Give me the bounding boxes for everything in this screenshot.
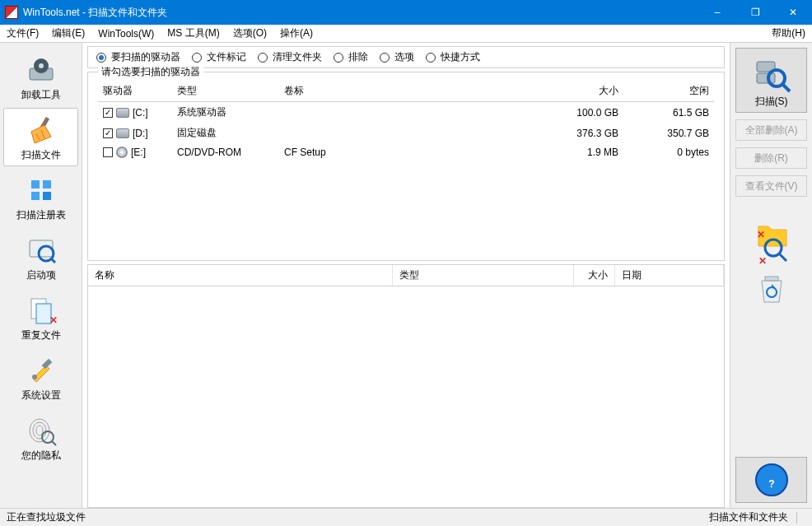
sidebar-item-label: 重复文件: [21, 328, 61, 342]
help-button[interactable]: ?: [735, 457, 807, 503]
sidebar-item-startup[interactable]: 启动项: [3, 228, 78, 286]
minimize-button[interactable]: –: [698, 0, 736, 25]
tab-shortcut[interactable]: 快捷方式: [426, 50, 480, 64]
drive-row[interactable]: [E:]CD/DVD-ROMCF Setup1.9 MB0 bytes: [98, 143, 714, 161]
radio-icon: [258, 53, 268, 63]
drive-checkbox[interactable]: [103, 147, 113, 157]
right-panel: 扫描(S) 全部删除(A) 删除(R) 查看文件(V) ✕✕ ?: [730, 43, 812, 508]
sidebar-item-scan-files[interactable]: 扫描文件: [3, 108, 78, 166]
tab-cleanup-folders[interactable]: 清理文件夹: [258, 50, 322, 64]
drive-checkbox[interactable]: [103, 108, 113, 118]
menu-options[interactable]: 选项(O): [226, 25, 273, 42]
recycle-bin-icon[interactable]: [735, 272, 807, 305]
svg-rect-31: [765, 277, 778, 281]
status-left: 正在查找垃圾文件: [7, 510, 86, 524]
sidebar-item-scan-registry[interactable]: 扫描注册表: [3, 168, 78, 226]
tab-file-marks[interactable]: 文件标记: [192, 50, 246, 64]
svg-text:✕: ✕: [49, 314, 58, 326]
svg-text:✕: ✕: [757, 229, 765, 240]
view-file-button[interactable]: 查看文件(V): [735, 175, 807, 197]
menu-mstools[interactable]: MS 工具(M): [161, 25, 226, 42]
drive-volume: CF Setup: [279, 143, 533, 161]
col-volume[interactable]: 卷标: [279, 81, 533, 102]
tab-options[interactable]: 选项: [380, 50, 414, 64]
col-free[interactable]: 空闲: [623, 81, 714, 102]
duplicates-icon: ✕: [25, 294, 58, 327]
radio-icon: [96, 53, 106, 63]
radio-icon: [426, 53, 436, 63]
startup-icon: [25, 234, 58, 267]
sidebar-item-privacy[interactable]: 您的隐私: [3, 408, 78, 467]
title-bar: WinTools.net - 扫描文件和文件夹 – ❐ ✕: [0, 0, 812, 25]
maximize-button[interactable]: ❐: [736, 0, 774, 25]
svg-point-2: [39, 63, 44, 68]
results-body[interactable]: [88, 286, 724, 507]
svg-rect-9: [43, 192, 51, 200]
svg-rect-8: [31, 192, 40, 200]
scan-button-label: 扫描(S): [755, 95, 788, 109]
scan-button[interactable]: 扫描(S): [735, 48, 807, 113]
folder-search-icon[interactable]: ✕✕: [735, 220, 807, 266]
drive-free: 350.7 GB: [623, 123, 714, 143]
col-type[interactable]: 类型: [393, 265, 574, 286]
svg-line-29: [779, 254, 786, 261]
menu-edit[interactable]: 编辑(E): [45, 25, 91, 42]
window-title: WinTools.net - 扫描文件和文件夹: [23, 6, 698, 20]
uninstall-icon: [25, 54, 58, 86]
drive-checkbox[interactable]: [103, 128, 113, 138]
menu-bar: 文件(F) 编辑(E) WinTools(W) MS 工具(M) 选项(O) 操…: [0, 25, 812, 43]
svg-rect-7: [43, 180, 51, 189]
menu-file[interactable]: 文件(F): [0, 25, 45, 42]
cd-drive-icon: [116, 147, 128, 158]
drive-size: 100.0 GB: [533, 102, 623, 123]
col-size[interactable]: 大小: [574, 265, 615, 286]
tab-drives[interactable]: 要扫描的驱动器: [96, 50, 180, 64]
radio-icon: [380, 53, 390, 63]
svg-point-19: [33, 422, 46, 439]
main-panel: 要扫描的驱动器 文件标记 清理文件夹 排除 选项 快捷方式 请勾选要扫描的驱动器…: [82, 43, 730, 508]
svg-rect-6: [31, 180, 40, 189]
svg-text:?: ?: [768, 478, 774, 490]
scan-icon: [752, 55, 791, 95]
sidebar-item-label: 卸载工具: [21, 88, 61, 102]
delete-all-button[interactable]: 全部删除(A): [735, 119, 807, 141]
sidebar-item-system-settings[interactable]: 系统设置: [3, 348, 78, 407]
results-list: 名称 类型 大小 日期: [87, 264, 725, 508]
menu-actions[interactable]: 操作(A): [273, 25, 320, 42]
drive-free: 0 bytes: [623, 143, 714, 161]
col-type[interactable]: 类型: [172, 81, 279, 102]
tab-exclude[interactable]: 排除: [334, 50, 368, 64]
sidebar-item-label: 扫描注册表: [16, 208, 66, 222]
window-controls: – ❐ ✕: [698, 0, 812, 25]
drive-type: 系统驱动器: [172, 102, 279, 123]
drive-type: 固定磁盘: [172, 123, 279, 143]
svg-line-26: [782, 84, 790, 91]
sidebar-item-label: 系统设置: [21, 389, 61, 403]
fingerprint-icon: [25, 414, 58, 447]
menu-wintools[interactable]: WinTools(W): [91, 25, 161, 42]
col-drive[interactable]: 驱动器: [98, 81, 172, 102]
hdd-drive-icon: [116, 108, 129, 118]
status-right: 扫描文件和文件夹: [709, 510, 788, 524]
drive-name: [E:]: [131, 147, 146, 158]
svg-point-20: [36, 426, 43, 435]
sidebar-item-duplicates[interactable]: ✕ 重复文件: [3, 288, 78, 347]
sidebar-item-uninstall[interactable]: 卸载工具: [3, 48, 78, 106]
drive-size: 376.3 GB: [533, 123, 623, 143]
hdd-drive-icon: [116, 128, 129, 138]
registry-icon: [25, 174, 58, 207]
close-button[interactable]: ✕: [774, 0, 812, 25]
drives-group: 请勾选要扫描的驱动器 驱动器 类型 卷标 大小 空闲 [C:]系统驱动器100.…: [87, 72, 725, 261]
drives-group-title: 请勾选要扫描的驱动器: [98, 65, 203, 79]
col-name[interactable]: 名称: [88, 265, 393, 286]
svg-line-12: [51, 258, 55, 263]
col-size[interactable]: 大小: [533, 81, 623, 102]
col-date[interactable]: 日期: [615, 265, 724, 286]
drive-row[interactable]: [D:]固定磁盘376.3 GB350.7 GB: [98, 123, 714, 143]
delete-button[interactable]: 删除(R): [735, 147, 807, 169]
menu-help[interactable]: 帮助(H): [765, 25, 812, 42]
drive-size: 1.9 MB: [533, 143, 623, 161]
drive-volume: [279, 102, 533, 123]
drive-row[interactable]: [C:]系统驱动器100.0 GB61.5 GB: [98, 102, 714, 123]
drive-volume: [279, 123, 533, 143]
